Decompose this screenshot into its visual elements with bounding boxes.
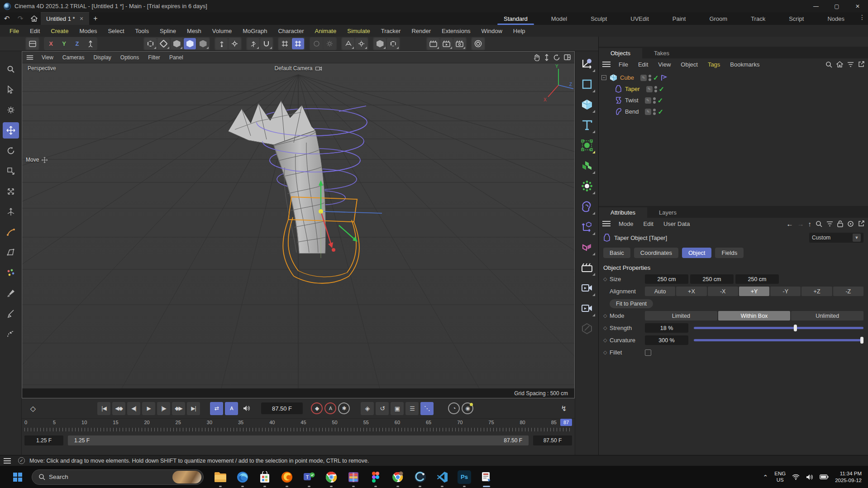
workplane-settings-icon[interactable] — [229, 38, 241, 49]
menu-extensions[interactable]: Extensions — [437, 26, 476, 36]
home-icon[interactable] — [27, 13, 41, 24]
interactive-render-region-icon[interactable] — [472, 38, 484, 49]
microsoft-store-icon[interactable] — [258, 470, 272, 484]
menu-spline[interactable]: Spline — [155, 26, 181, 36]
align-auto-button[interactable]: Auto — [645, 287, 675, 296]
visibility-dots-icon[interactable] — [654, 86, 657, 92]
menu-render[interactable]: Render — [406, 26, 436, 36]
visibility-dots-icon[interactable] — [649, 75, 651, 81]
layout-tab-paint[interactable]: Paint — [662, 12, 697, 25]
expander-icon[interactable]: − — [601, 75, 606, 80]
chrome-icon[interactable] — [324, 470, 338, 484]
parent-up-icon[interactable]: ↑ — [808, 220, 812, 228]
tab-layers[interactable]: Layers — [647, 207, 688, 218]
goto-start-button[interactable]: |◀ — [97, 402, 110, 415]
strength-field[interactable]: 18 % — [645, 323, 688, 333]
enabled-check-icon[interactable]: ✓ — [659, 85, 665, 93]
tab-attributes[interactable]: Attributes — [599, 207, 647, 218]
model-mode-icon[interactable] — [171, 38, 183, 49]
knife-tool-icon[interactable] — [3, 306, 19, 322]
objects-home-icon[interactable] — [836, 61, 843, 67]
deformer-icon[interactable] — [578, 197, 596, 215]
minimize-button[interactable]: — — [806, 0, 826, 12]
chrome-profile-icon[interactable] — [391, 470, 405, 484]
mode-limited-button[interactable]: Limited — [645, 311, 717, 321]
align-minusz-button[interactable]: -Z — [833, 287, 863, 296]
search-commander-icon[interactable] — [3, 61, 19, 77]
fillet-checkbox[interactable] — [645, 349, 651, 356]
text-object-icon[interactable] — [578, 116, 596, 134]
timeline-ruler[interactable]: 05 1015 2025 3035 4045 5055 6065 7075 80… — [22, 418, 575, 432]
play-button[interactable]: ▶ — [142, 402, 155, 415]
menu-file[interactable]: File — [5, 26, 24, 36]
more-menu-icon[interactable]: ⋮ — [859, 14, 865, 21]
primitive-cube-icon[interactable] — [578, 96, 596, 114]
live-selection-icon[interactable] — [3, 81, 19, 98]
snap-settings-icon[interactable] — [260, 38, 272, 49]
align-plusx-button[interactable]: +X — [676, 287, 706, 296]
clock[interactable]: 11:34 PM 2025-09-12 — [835, 470, 862, 484]
attr-tab-coordinates[interactable]: Coordinates — [634, 248, 678, 258]
layer-toggle-icon[interactable]: ✎ — [645, 97, 651, 104]
view-label[interactable]: Perspective — [28, 65, 56, 72]
snipping-tool-icon[interactable] — [480, 470, 493, 484]
key-parameter-icon[interactable]: ☰ — [405, 402, 419, 415]
menu-modes[interactable]: Modes — [74, 26, 102, 36]
visibility-dots-icon[interactable] — [653, 97, 656, 104]
move-tool-icon[interactable] — [3, 122, 19, 139]
attributes-menu-edit[interactable]: Edit — [639, 220, 658, 228]
viewport-menu-panel[interactable]: Panel — [165, 53, 187, 62]
key-pla-icon[interactable]: ⋱ — [420, 402, 434, 415]
battery-icon[interactable] — [820, 474, 829, 479]
rotate-view-icon[interactable] — [553, 54, 560, 61]
render-picture-viewer-icon[interactable] — [440, 38, 453, 49]
history-forward-icon[interactable]: → — [797, 220, 804, 228]
object-name[interactable]: Taper — [625, 86, 640, 92]
next-key-button[interactable]: ◆▶ — [172, 402, 185, 415]
object-row-taper[interactable]: Taper ✎ ✓ — [601, 83, 868, 95]
spline-arc-tool-icon[interactable] — [3, 326, 19, 342]
menu-tools[interactable]: Tools — [130, 26, 154, 36]
vscode-icon[interactable] — [435, 470, 449, 484]
viewport-menu-cameras[interactable]: Cameras — [58, 53, 89, 62]
curvature-slider[interactable] — [694, 339, 863, 341]
firefox-icon[interactable] — [280, 470, 294, 484]
viewport-menu-options[interactable]: Options — [116, 53, 143, 62]
size-x-field[interactable]: 250 cm — [645, 274, 688, 284]
autokey-frame-icon[interactable]: A — [225, 402, 238, 415]
winrar-icon[interactable] — [347, 470, 360, 484]
attributes-filter-icon[interactable] — [826, 221, 833, 227]
objects-popout-icon[interactable] — [858, 61, 864, 67]
attributes-menu-userdata[interactable]: User Data — [659, 220, 695, 228]
layout-tab-script[interactable]: Script — [778, 12, 815, 25]
quantize-paint-icon[interactable] — [3, 265, 19, 281]
strength-slider[interactable] — [694, 327, 863, 329]
wifi-icon[interactable] — [792, 474, 800, 480]
attr-tab-basic[interactable]: Basic — [603, 248, 630, 258]
spline-pen-orange-icon[interactable] — [3, 224, 19, 240]
search-highlight-image[interactable] — [172, 471, 201, 483]
objects-menu-file[interactable]: File — [614, 60, 633, 69]
objects-search-icon[interactable] — [825, 61, 832, 68]
magnet-snap-icon[interactable] — [342, 38, 354, 49]
cinema4d-taskbar-icon[interactable] — [413, 470, 427, 484]
null-axis-icon[interactable] — [578, 218, 596, 236]
camera-object-icon-2[interactable] — [578, 299, 596, 317]
objects-menu-tags[interactable]: Tags — [703, 60, 725, 69]
layout-tab-uvedit[interactable]: UVEdit — [620, 12, 659, 25]
visibility-dots-icon[interactable] — [653, 109, 656, 115]
lock-z-axis-button[interactable]: Z — [71, 38, 83, 49]
enabled-check-icon[interactable]: ✓ — [658, 108, 663, 116]
menu-help[interactable]: Help — [508, 26, 530, 36]
menu-animate[interactable]: Animate — [310, 26, 342, 36]
enabled-check-icon[interactable]: ✓ — [658, 96, 663, 105]
align-plusz-button[interactable]: +Z — [801, 287, 832, 296]
size-y-field[interactable]: 250 cm — [690, 274, 734, 284]
render-view-icon[interactable] — [427, 38, 439, 49]
keyframe-settings-icon[interactable]: ✱ — [338, 402, 350, 414]
menu-edit[interactable]: Edit — [25, 26, 45, 36]
stage-clapboard-icon[interactable] — [578, 258, 596, 277]
range-end-field[interactable]: 87.50 F — [533, 435, 572, 445]
texture-mode-icon[interactable] — [197, 38, 209, 49]
viewport-menu-icon[interactable] — [27, 55, 33, 60]
